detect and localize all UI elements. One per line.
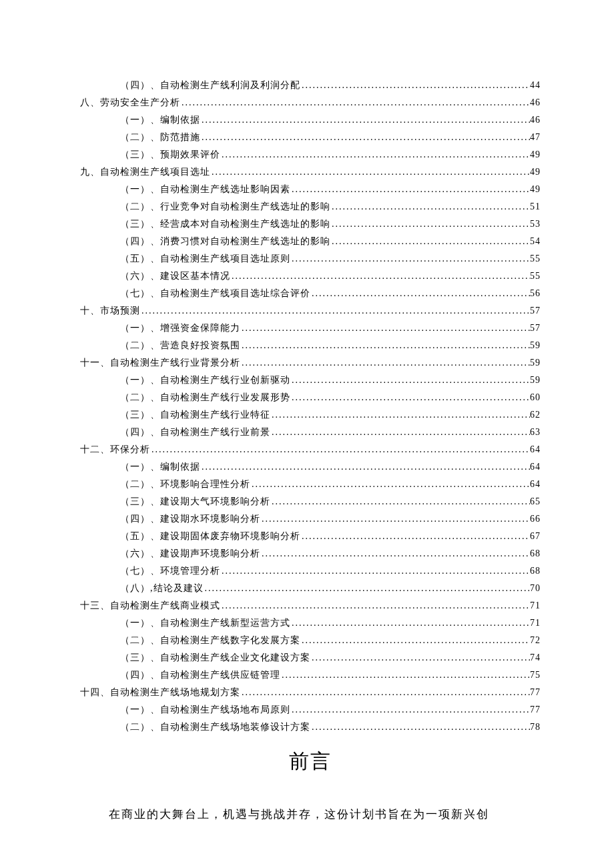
toc-entry-label: 九、自动检测生产线项目选址 [80,163,210,181]
toc-entry-page: 51 [530,198,541,215]
toc-entry: （四）、消费习惯对自动检测生产线选址的影响54 [80,233,541,250]
toc-entry: （一）、自动检测生产线行业创新驱动59 [80,372,541,389]
toc-entry-label: （三）、建设期大气环境影响分析 [120,493,270,510]
toc-entry-label: 十四、自动检测生产线场地规划方案 [80,684,240,701]
toc-entry: （二）、自动检测生产线行业发展形势60 [80,389,541,406]
toc-leader-dots [290,389,530,406]
toc-leader-dots [300,77,530,94]
toc-entry: （四）、建设期水环境影响分析66 [80,510,541,528]
toc-entry: （二）、环境影响合理性分析64 [80,476,541,493]
toc-entry-label: （一）、自动检测生产线场地布局原则 [120,701,290,719]
toc-entry-page: 67 [530,528,541,545]
toc-entry: 九、自动检测生产线项目选址49 [80,163,541,181]
toc-leader-dots [240,320,530,337]
toc-leader-dots [290,701,530,719]
toc-entry-page: 49 [530,163,541,181]
toc-entry-label: （一）、自动检测生产线行业创新驱动 [120,372,290,389]
toc-entry-page: 57 [530,302,541,320]
toc-entry: （二）、自动检测生产线数字化发展方案72 [80,632,541,649]
toc-entry-label: （四）、自动检测生产线利润及利润分配 [120,77,300,94]
toc-entry-label: 十、市场预测 [80,302,140,320]
toc-entry-page: 53 [530,215,541,233]
toc-leader-dots [240,354,530,372]
toc-leader-dots [240,337,530,354]
toc-entry-page: 56 [530,285,541,302]
toc-entry: （四）、自动检测生产线利润及利润分配44 [80,77,541,94]
toc-entry-label: （八）,结论及建议 [120,580,204,597]
toc-leader-dots [280,667,530,684]
toc-leader-dots [310,719,530,736]
toc-entry-label: （一）、编制依据 [120,111,200,129]
toc-entry-label: （二）、行业竞争对自动检测生产线选址的影响 [120,198,330,215]
toc-entry-label: （七）、环境管理分析 [120,562,220,580]
toc-entry: （三）、自动检测生产线行业特征62 [80,406,541,424]
toc-entry-label: 八、劳动安全生产分析 [80,94,180,111]
toc-entry-label: （一）、编制依据 [120,458,200,476]
toc-entry-page: 74 [530,649,541,667]
toc-leader-dots [220,597,530,614]
toc-leader-dots [300,528,530,545]
toc-entry-page: 62 [530,406,541,424]
toc-entry-label: （二）、营造良好投资氛围 [120,337,240,354]
toc-entry-page: 46 [530,94,541,111]
toc-entry: （七）、环境管理分析68 [80,562,541,580]
toc-entry-page: 54 [530,233,541,250]
toc-entry-label: 十二、环保分析 [80,441,150,458]
toc-entry: （一）、自动检测生产线场地布局原则77 [80,701,541,719]
toc-entry: （一）、增强资金保障能力57 [80,320,541,337]
toc-entry-label: （一）、自动检测生产线选址影响因素 [120,181,290,198]
toc-leader-dots [150,441,530,458]
toc-entry-page: 70 [530,580,541,597]
toc-entry-page: 68 [530,545,541,562]
toc-entry-page: 64 [530,458,541,476]
toc-entry-label: （四）、建设期水环境影响分析 [120,510,260,528]
toc-leader-dots [180,94,530,111]
toc-entry-page: 49 [530,181,541,198]
toc-entry-label: （四）、自动检测生产线供应链管理 [120,667,280,684]
toc-entry-label: （二）、自动检测生产线数字化发展方案 [120,632,300,649]
toc-entry-page: 71 [530,597,541,614]
toc-leader-dots [310,285,530,302]
toc-leader-dots [270,493,530,510]
toc-entry: 十、市场预测57 [80,302,541,320]
toc-entry: 十三、自动检测生产线商业模式71 [80,597,541,614]
toc-entry: （一）、编制依据64 [80,458,541,476]
toc-entry-page: 68 [530,562,541,580]
toc-entry-label: （五）、建设期固体废弃物环境影响分析 [120,528,300,545]
toc-entry-page: 59 [530,372,541,389]
toc-leader-dots [200,129,530,146]
toc-entry-label: （二）、自动检测生产线行业发展形势 [120,389,290,406]
toc-leader-dots [200,111,530,129]
toc-leader-dots [300,632,530,649]
toc-entry: （三）、预期效果评价49 [80,146,541,163]
toc-leader-dots [310,649,530,667]
toc-entry: （三）、建设期大气环境影响分析65 [80,493,541,510]
toc-entry-label: （七）、自动检测生产线项目选址综合评价 [120,285,310,302]
toc-entry-label: （四）、消费习惯对自动检测生产线选址的影响 [120,233,330,250]
toc-leader-dots [330,233,530,250]
toc-entry-page: 55 [530,268,541,285]
toc-entry: （一）、自动检测生产线选址影响因素49 [80,181,541,198]
toc-entry-page: 55 [530,250,541,268]
toc-entry-label: （二）、防范措施 [120,129,200,146]
toc-leader-dots [220,562,530,580]
toc-leader-dots [270,424,530,441]
toc-leader-dots [260,545,530,562]
document-page: （四）、自动检测生产线利润及利润分配44八、劳动安全生产分析46（一）、编制依据… [0,0,614,866]
toc-entry: 十四、自动检测生产线场地规划方案77 [80,684,541,701]
toc-entry-label: 十三、自动检测生产线商业模式 [80,597,220,614]
toc-entry-label: （四）、自动检测生产线行业前景 [120,424,270,441]
toc-entry-page: 57 [530,320,541,337]
toc-entry-label: （三）、自动检测生产线行业特征 [120,406,270,424]
toc-entry-label: 十一、自动检测生产线行业背景分析 [80,354,240,372]
toc-entry: （六）、建设区基本情况55 [80,268,541,285]
toc-leader-dots [204,580,531,597]
toc-entry: （一）、自动检测生产线新型运营方式71 [80,614,541,632]
toc-entry-label: （三）、自动检测生产线企业文化建设方案 [120,649,310,667]
toc-entry-page: 49 [530,146,541,163]
toc-entry-label: （六）、建设期声环境影响分析 [120,545,260,562]
toc-entry-page: 72 [530,632,541,649]
toc-entry: （八）,结论及建议70 [80,580,541,597]
toc-entry: 八、劳动安全生产分析46 [80,94,541,111]
toc-leader-dots [260,510,530,528]
